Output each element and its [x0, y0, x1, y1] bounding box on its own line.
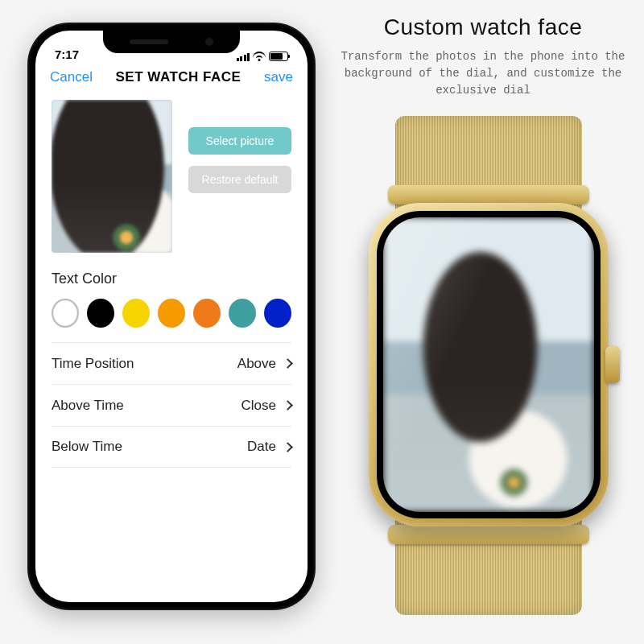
page-title: SET WATCH FACE — [116, 69, 242, 85]
cancel-button[interactable]: Cancel — [50, 69, 93, 85]
watchface-photo — [383, 217, 594, 512]
battery-icon — [269, 52, 288, 61]
cellular-icon — [237, 52, 250, 61]
smartwatch — [364, 116, 613, 615]
chevron-right-icon — [283, 400, 293, 411]
color-swatch[interactable] — [193, 299, 221, 328]
watchface-preview[interactable] — [52, 100, 172, 253]
picture-row: Select picture Restore default — [52, 100, 291, 253]
setting-row[interactable]: Below TimeDate — [52, 426, 291, 468]
watch-lug-bottom — [388, 525, 589, 544]
status-right — [237, 52, 289, 61]
speaker-slot — [130, 39, 168, 44]
watch-bezel — [377, 211, 601, 518]
setting-row[interactable]: Above TimeClose — [52, 384, 291, 426]
setting-row[interactable]: Time PositionAbove — [52, 342, 291, 384]
select-picture-button[interactable]: Select picture — [188, 127, 291, 155]
setting-value: Above — [237, 356, 276, 372]
watch-lug-top — [388, 185, 589, 204]
setting-label: Above Time — [52, 398, 124, 414]
color-swatch[interactable] — [229, 299, 256, 328]
setting-value: Close — [242, 398, 276, 414]
watch-crown[interactable] — [605, 346, 620, 383]
save-button[interactable]: save — [264, 69, 293, 85]
nav-header: Cancel SET WATCH FACE save — [35, 63, 308, 95]
setting-value-wrap: Above — [237, 356, 291, 372]
watch-case — [369, 203, 609, 526]
text-color-swatches — [52, 299, 291, 328]
color-swatch[interactable] — [87, 299, 114, 328]
wifi-icon — [253, 52, 266, 61]
color-swatch[interactable] — [52, 299, 79, 328]
color-swatch[interactable] — [158, 299, 185, 328]
setting-value-wrap: Close — [242, 398, 291, 414]
color-swatch[interactable] — [264, 299, 291, 328]
chevron-right-icon — [283, 442, 293, 452]
marketing-sub: Transform the photos in the phone into t… — [338, 48, 628, 99]
status-time: 7:17 — [55, 47, 79, 61]
text-color-label: Text Color — [52, 270, 291, 287]
setting-label: Below Time — [52, 439, 122, 455]
marketing-heading: Custom watch face — [338, 14, 628, 40]
marketing-copy: Custom watch face Transform the photos i… — [338, 14, 628, 99]
phone-screen: 7:17 Cancel SET WATCH FACE save Select p… — [35, 31, 308, 602]
color-swatch[interactable] — [122, 299, 150, 328]
preview-photo — [52, 100, 172, 253]
watch-screen[interactable] — [383, 217, 594, 512]
setting-label: Time Position — [52, 356, 134, 372]
setting-value: Date — [247, 439, 276, 455]
chevron-right-icon — [283, 358, 293, 369]
settings-list: Time PositionAboveAbove TimeCloseBelow T… — [52, 342, 291, 468]
front-camera — [205, 38, 213, 46]
app-body: Select picture Restore default Text Colo… — [35, 100, 308, 468]
phone-frame: 7:17 Cancel SET WATCH FACE save Select p… — [27, 23, 316, 610]
phone-notch — [103, 31, 240, 53]
picture-actions: Select picture Restore default — [188, 127, 291, 193]
setting-value-wrap: Date — [247, 439, 291, 455]
restore-default-button[interactable]: Restore default — [188, 166, 291, 193]
